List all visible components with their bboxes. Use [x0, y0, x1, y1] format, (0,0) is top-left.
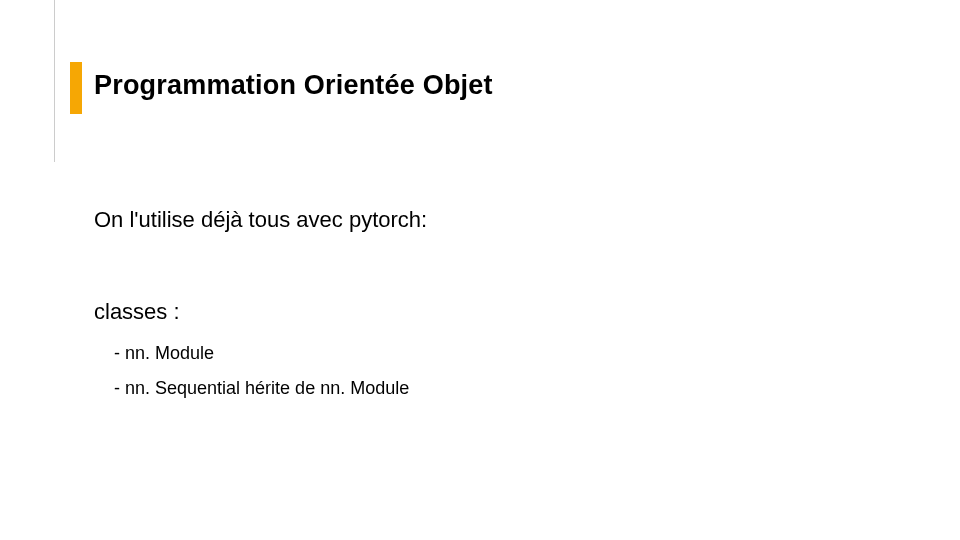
accent-bar — [70, 62, 82, 114]
slide-title: Programmation Orientée Objet — [94, 70, 493, 101]
body-text-line-1: On l'utilise déjà tous avec pytorch: — [94, 207, 427, 233]
bullet-text: - nn. Sequential hérite de nn. Module — [114, 378, 409, 398]
bullet-text: - nn. Module — [114, 343, 214, 363]
slide: Programmation Orientée Objet On l'utilis… — [0, 0, 960, 540]
vertical-divider — [54, 0, 55, 162]
bullet-item-2: - nn. Sequential hérite de nn. Module — [114, 378, 409, 399]
body-text-line-2: classes : — [94, 299, 180, 325]
bullet-item-1: - nn. Module — [114, 343, 214, 364]
